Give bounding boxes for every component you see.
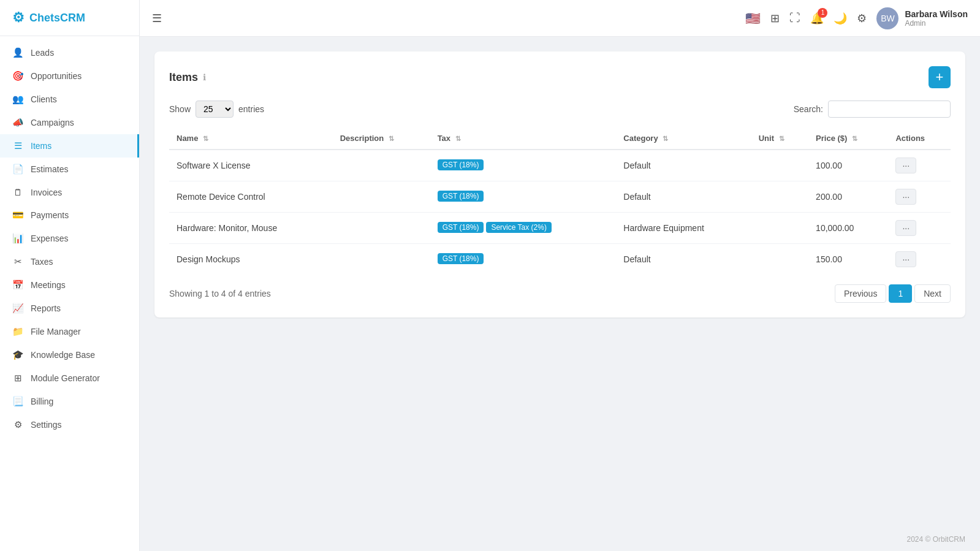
- clients-label: Clients: [31, 94, 57, 104]
- page-title-area: Items ℹ: [169, 71, 206, 84]
- module-generator-icon: ⊞: [12, 373, 23, 384]
- file-manager-label: File Manager: [31, 327, 81, 336]
- fullscreen-icon[interactable]: ⛶: [789, 12, 800, 25]
- reports-label: Reports: [31, 303, 61, 313]
- user-profile[interactable]: BW Barbara Wilson Admin: [876, 7, 968, 29]
- estimates-label: Estimates: [31, 164, 68, 174]
- header-left: ☰: [152, 12, 162, 25]
- col-unit[interactable]: Unit ⇅: [751, 127, 808, 150]
- settings-icon[interactable]: ⚙: [857, 12, 867, 25]
- user-name: Barbara Wilson: [905, 9, 968, 19]
- items-label: Items: [31, 141, 51, 151]
- sidebar-item-billing[interactable]: 📃 Billing: [0, 390, 139, 413]
- logo-area[interactable]: ⚙ ChetsCRM: [0, 0, 139, 36]
- sidebar-item-taxes[interactable]: ✂ Taxes: [0, 250, 139, 273]
- cell-actions: ···: [888, 150, 951, 181]
- header-right: 🇺🇸 ⊞ ⛶ 🔔 1 🌙 ⚙ BW Barbara Wilson Admin: [745, 7, 968, 29]
- col-tax[interactable]: Tax ⇅: [430, 127, 617, 150]
- cell-actions: ···: [888, 181, 951, 213]
- footer-text: 2024 © OrbitCRM: [906, 535, 965, 544]
- page-1-button[interactable]: 1: [889, 284, 912, 303]
- action-menu-button[interactable]: ···: [895, 220, 916, 236]
- search-input[interactable]: [828, 101, 951, 118]
- cell-unit: [751, 213, 808, 244]
- sidebar-item-module-generator[interactable]: ⊞ Module Generator: [0, 367, 139, 390]
- cell-name: Remote Device Control: [169, 181, 333, 213]
- sidebar-item-estimates[interactable]: 📄 Estimates: [0, 158, 139, 181]
- cell-price: 10,000.00: [808, 213, 888, 244]
- page-title: Items: [169, 71, 198, 84]
- sidebar-item-opportunities[interactable]: 🎯 Opportunities: [0, 64, 139, 88]
- cell-category: Default: [616, 244, 751, 275]
- knowledge-base-label: Knowledge Base: [31, 350, 95, 360]
- sidebar-nav: 👤 Leads 🎯 Opportunities 👥 Clients 📣 Camp…: [0, 36, 139, 551]
- cell-actions: ···: [888, 244, 951, 275]
- cell-category: Default: [616, 150, 751, 181]
- col-actions: Actions: [888, 127, 951, 150]
- sidebar-item-items[interactable]: ☰ Items: [0, 134, 139, 158]
- sidebar-item-leads[interactable]: 👤 Leads: [0, 41, 139, 64]
- cell-description: [333, 213, 430, 244]
- next-button[interactable]: Next: [914, 284, 951, 303]
- cell-price: 150.00: [808, 244, 888, 275]
- items-icon: ☰: [12, 140, 23, 151]
- tax-badge: Service Tax (2%): [486, 222, 551, 233]
- sidebar-item-clients[interactable]: 👥 Clients: [0, 88, 139, 111]
- sidebar-item-meetings[interactable]: 📅 Meetings: [0, 273, 139, 297]
- billing-label: Billing: [31, 397, 53, 406]
- col-name[interactable]: Name ⇅: [169, 127, 333, 150]
- cell-price: 100.00: [808, 150, 888, 181]
- sidebar-item-campaigns[interactable]: 📣 Campaigns: [0, 111, 139, 134]
- knowledge-base-icon: 🎓: [12, 349, 23, 360]
- tax-badge: GST (18%): [438, 191, 484, 202]
- sidebar-item-file-manager[interactable]: 📁 File Manager: [0, 320, 139, 343]
- expenses-label: Expenses: [31, 234, 68, 243]
- action-menu-button[interactable]: ···: [895, 251, 916, 267]
- action-menu-button[interactable]: ···: [895, 158, 916, 173]
- expenses-icon: 📊: [12, 233, 23, 244]
- col-price[interactable]: Price ($) ⇅: [808, 127, 888, 150]
- campaigns-label: Campaigns: [31, 118, 74, 127]
- invoices-label: Invoices: [31, 188, 62, 197]
- action-menu-button[interactable]: ···: [895, 189, 916, 205]
- clients-icon: 👥: [12, 94, 23, 105]
- cell-unit: [751, 150, 808, 181]
- col-description[interactable]: Description ⇅: [333, 127, 430, 150]
- pagination-controls: Previous 1 Next: [835, 284, 951, 303]
- cell-name: Software X License: [169, 150, 333, 181]
- grid-icon[interactable]: ⊞: [770, 12, 780, 25]
- cell-tax: GST (18%): [430, 150, 617, 181]
- search-label: Search:: [794, 104, 823, 114]
- sidebar-item-settings[interactable]: ⚙ Settings: [0, 413, 139, 436]
- entries-select[interactable]: 102550100: [196, 101, 234, 118]
- user-role: Admin: [905, 19, 968, 28]
- cell-name: Design Mockups: [169, 244, 333, 275]
- table-head: Name ⇅Description ⇅Tax ⇅Category ⇅Unit ⇅…: [169, 127, 951, 150]
- tax-badge: GST (18%): [438, 159, 484, 170]
- col-category[interactable]: Category ⇅: [616, 127, 751, 150]
- cell-description: [333, 181, 430, 213]
- flag-icon[interactable]: 🇺🇸: [745, 11, 761, 26]
- previous-button[interactable]: Previous: [835, 284, 886, 303]
- sidebar-item-invoices[interactable]: 🗒 Invoices: [0, 181, 139, 203]
- notifications-icon[interactable]: 🔔 1: [810, 12, 824, 25]
- billing-icon: 📃: [12, 396, 23, 407]
- notification-badge: 1: [818, 8, 827, 18]
- main-wrapper: ☰ 🇺🇸 ⊞ ⛶ 🔔 1 🌙 ⚙ BW Barbara Wilson Admin: [140, 0, 980, 551]
- table-row: Software X LicenseGST (18%)Default100.00…: [169, 150, 951, 181]
- tax-badge: GST (18%): [438, 253, 484, 264]
- sidebar-item-reports[interactable]: 📈 Reports: [0, 297, 139, 320]
- theme-icon[interactable]: 🌙: [834, 12, 847, 25]
- sidebar: ⚙ ChetsCRM 👤 Leads 🎯 Opportunities 👥 Cli…: [0, 0, 140, 551]
- sidebar-item-expenses[interactable]: 📊 Expenses: [0, 227, 139, 250]
- menu-icon[interactable]: ☰: [152, 12, 162, 25]
- add-item-button[interactable]: +: [929, 66, 951, 88]
- cell-description: [333, 244, 430, 275]
- page-title-info-icon[interactable]: ℹ: [203, 72, 206, 82]
- sidebar-item-knowledge-base[interactable]: 🎓 Knowledge Base: [0, 343, 139, 367]
- sidebar-item-payments[interactable]: 💳 Payments: [0, 203, 139, 227]
- items-table: Name ⇅Description ⇅Tax ⇅Category ⇅Unit ⇅…: [169, 127, 951, 275]
- show-entries: Show 102550100 entries: [169, 101, 264, 118]
- pagination-info: Showing 1 to 4 of 4 entries: [169, 289, 271, 298]
- logo-text: ChetsCRM: [29, 12, 85, 25]
